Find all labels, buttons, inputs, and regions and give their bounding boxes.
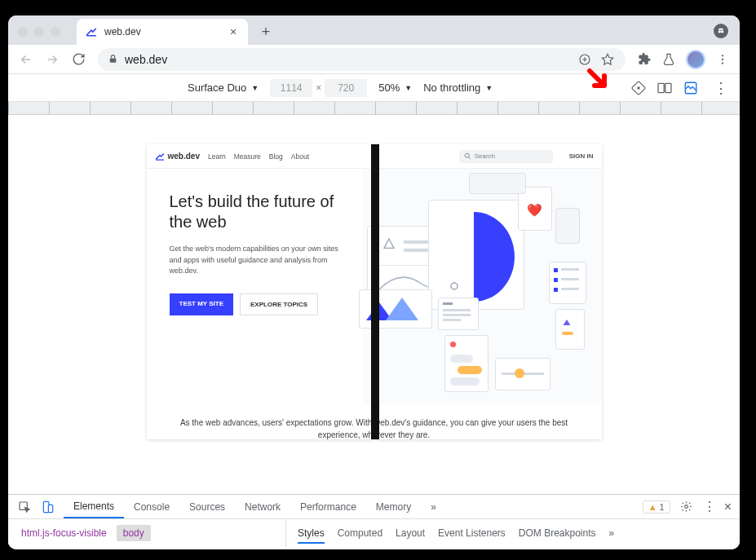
site-nav: Learn Measure Blog About xyxy=(208,152,309,161)
devtools-settings-button[interactable] xyxy=(679,499,695,515)
labs-button[interactable] xyxy=(658,49,679,70)
tab-elements[interactable]: Elements xyxy=(64,495,124,518)
device-toolbar-menu[interactable]: ⋮ xyxy=(710,79,732,97)
browser-tab[interactable]: web.dev × xyxy=(77,19,248,45)
dimensions-group: × xyxy=(270,79,367,97)
bookmark-star-icon[interactable] xyxy=(599,51,616,68)
hero-title: Let's build the future of the web xyxy=(170,192,347,232)
more-tabs-button[interactable]: » xyxy=(421,495,446,518)
subtab-styles[interactable]: Styles xyxy=(298,527,325,544)
nav-learn[interactable]: Learn xyxy=(208,152,226,161)
subtab-layout[interactable]: Layout xyxy=(396,527,425,539)
extensions-button[interactable] xyxy=(634,49,655,70)
profile-indicator-icon[interactable] xyxy=(714,24,728,38)
devtools-menu-button[interactable]: ⋮ xyxy=(703,499,716,514)
tab-strip: web.dev × + xyxy=(8,15,740,45)
test-site-button[interactable]: TEST MY SITE xyxy=(170,293,234,315)
dom-breadcrumb: html.js-focus-visible body xyxy=(8,519,285,547)
inspect-element-button[interactable] xyxy=(16,499,33,515)
url-text: web.dev xyxy=(125,53,570,66)
svg-point-17 xyxy=(685,505,688,509)
device-select[interactable]: Surface Duo▼ xyxy=(188,82,259,94)
subtab-dom-breakpoints[interactable]: DOM Breakpoints xyxy=(519,527,596,539)
svg-rect-9 xyxy=(658,83,664,92)
throttling-label: No throttling xyxy=(423,82,480,94)
svg-point-1 xyxy=(721,30,723,33)
maximize-window-button[interactable] xyxy=(51,27,60,37)
svg-rect-16 xyxy=(48,505,52,512)
profile-avatar[interactable] xyxy=(686,50,705,69)
tab-network[interactable]: Network xyxy=(235,495,290,518)
warning-icon: ▲ xyxy=(648,502,657,512)
hero-text-col: Let's build the future of the web Get th… xyxy=(147,169,363,405)
svg-point-12 xyxy=(465,153,469,157)
search-icon xyxy=(464,152,471,160)
devtools-close-button[interactable]: × xyxy=(724,500,732,514)
breadcrumb-html[interactable]: html.js-focus-visible xyxy=(15,525,113,541)
tab-memory[interactable]: Memory xyxy=(366,495,421,518)
warnings-badge[interactable]: ▲ 1 xyxy=(643,500,670,514)
tab-title: web.dev xyxy=(104,26,220,37)
dimension-separator: × xyxy=(316,82,321,94)
nav-about[interactable]: About xyxy=(291,152,309,161)
hero-body: Get the web's modern capabilities on you… xyxy=(170,244,347,277)
devtools-sub-bar: html.js-focus-visible body Styles Comput… xyxy=(8,519,740,547)
width-input[interactable] xyxy=(270,79,312,97)
svg-rect-2 xyxy=(110,58,117,62)
device-viewport: web.dev Learn Measure Blog About Search … xyxy=(8,115,740,494)
svg-point-5 xyxy=(722,58,723,60)
window-controls xyxy=(8,27,70,45)
tab-favicon xyxy=(85,25,98,38)
reload-button[interactable] xyxy=(67,48,90,71)
minimize-window-button[interactable] xyxy=(34,27,44,37)
throttling-select[interactable]: No throttling▼ xyxy=(423,82,493,94)
devtools-tab-bar: Elements Console Sources Network Perform… xyxy=(8,495,740,519)
tab-performance[interactable]: Performance xyxy=(290,495,366,518)
zoom-indicator-icon[interactable] xyxy=(577,51,593,68)
svg-rect-10 xyxy=(665,83,671,92)
site-logo[interactable]: web.dev xyxy=(155,152,200,161)
device-posture-button[interactable] xyxy=(683,80,699,96)
browser-menu-button[interactable] xyxy=(712,49,733,70)
site-search[interactable]: Search xyxy=(459,150,553,163)
styles-tab-bar: Styles Computed Layout Event Listeners D… xyxy=(285,519,740,547)
device-toolbar: Surface Duo▼ × 50%▼ No throttling▼ xyxy=(8,74,740,102)
more-subtabs-button[interactable]: » xyxy=(609,527,615,539)
subtab-event-listeners[interactable]: Event Listeners xyxy=(438,527,506,539)
zoom-label: 50% xyxy=(378,82,400,94)
forward-button[interactable] xyxy=(41,48,64,71)
site-brand-text: web.dev xyxy=(168,152,200,161)
tab-sources[interactable]: Sources xyxy=(179,495,235,518)
explore-topics-button[interactable]: EXPLORE TOPICS xyxy=(240,293,318,315)
svg-point-13 xyxy=(451,283,458,289)
toggle-device-toolbar-button[interactable] xyxy=(39,499,55,515)
nav-blog[interactable]: Blog xyxy=(269,152,283,161)
tab-close-button[interactable]: × xyxy=(227,25,240,38)
dual-screen-toggle-button[interactable] xyxy=(657,80,673,96)
device-frame: web.dev Learn Measure Blog About Search … xyxy=(147,144,602,439)
hero-illustration: ❤️ xyxy=(363,169,602,405)
devtools-panel: Elements Console Sources Network Perform… xyxy=(8,494,740,549)
browser-toolbar: web.dev xyxy=(8,45,740,74)
ruler xyxy=(8,102,740,115)
svg-point-0 xyxy=(718,30,721,33)
close-window-button[interactable] xyxy=(18,27,28,37)
svg-point-8 xyxy=(638,86,639,88)
nav-measure[interactable]: Measure xyxy=(234,152,261,161)
back-button[interactable] xyxy=(15,48,38,71)
breadcrumb-body[interactable]: body xyxy=(117,525,151,541)
warning-count: 1 xyxy=(660,502,665,512)
zoom-select[interactable]: 50%▼ xyxy=(378,82,412,94)
svg-point-6 xyxy=(722,62,723,64)
signin-link[interactable]: SIGN IN xyxy=(569,152,594,160)
browser-window: web.dev × + web.dev xyxy=(8,15,740,549)
subtab-computed[interactable]: Computed xyxy=(338,527,382,539)
address-bar[interactable]: web.dev xyxy=(98,48,626,71)
tab-console[interactable]: Console xyxy=(124,495,179,518)
height-input[interactable] xyxy=(325,79,367,97)
rotate-button[interactable] xyxy=(630,80,647,96)
device-hinge xyxy=(371,144,379,439)
svg-point-4 xyxy=(722,55,723,56)
new-tab-button[interactable]: + xyxy=(254,20,277,43)
device-name-label: Surface Duo xyxy=(188,82,246,94)
